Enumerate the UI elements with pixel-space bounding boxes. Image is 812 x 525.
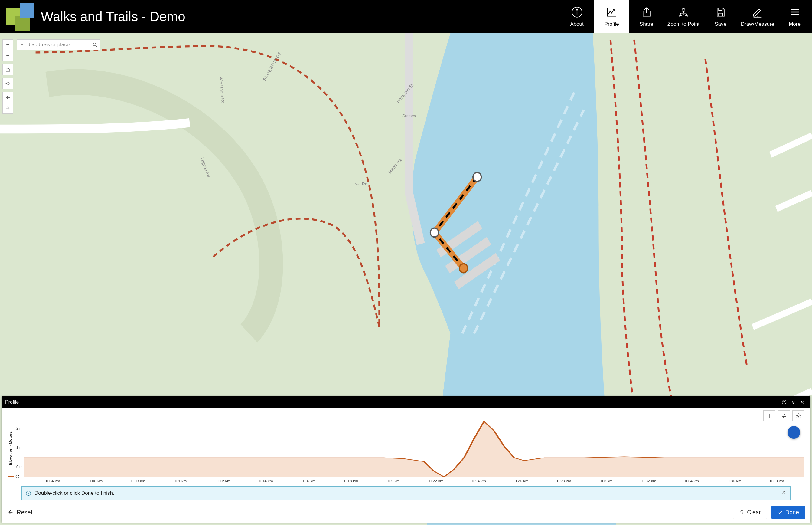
home-icon: [5, 67, 11, 72]
done-button[interactable]: Done: [771, 506, 805, 519]
info-icon: [26, 490, 31, 496]
chart-plot[interactable]: [24, 419, 805, 477]
help-icon: [781, 400, 787, 405]
zoom-in-button[interactable]: +: [2, 39, 13, 50]
reset-button[interactable]: Reset: [7, 509, 32, 516]
svg-marker-13: [24, 421, 805, 477]
close-icon: [800, 400, 805, 405]
chart-legend: G: [7, 474, 19, 480]
svg-point-2: [682, 9, 685, 12]
nav-zoom-to-point[interactable]: Zoom to Point: [664, 0, 703, 33]
arrow-left-icon: [5, 94, 11, 101]
chart-line-icon: [606, 6, 618, 18]
map-canvas[interactable]: Westshore Rd BLUEBRIDGE Lagoon Rd Hampde…: [0, 33, 812, 525]
share-icon: [641, 6, 653, 18]
svg-point-10: [93, 43, 96, 46]
chart-x-ticks: 0.04 km0.06 km0.08 km0.1 km0.12 km0.14 k…: [7, 479, 805, 483]
svg-point-12: [798, 415, 799, 417]
nav-draw-measure[interactable]: Draw/Measure: [738, 0, 777, 33]
svg-point-1: [576, 10, 577, 10]
swap-icon: [781, 413, 787, 419]
panel-footer: Reset Clear Done: [1, 502, 811, 523]
logo-icon: [3, 2, 33, 31]
panel-help-button[interactable]: [780, 400, 789, 405]
save-icon: [715, 6, 727, 18]
app-header: Walks and Trails - Demo About Profile Sh…: [0, 0, 812, 33]
bars-icon: [766, 413, 772, 419]
close-icon: [781, 490, 786, 495]
svg-point-9: [7, 82, 10, 85]
trash-icon: [739, 510, 745, 515]
next-extent-button[interactable]: [2, 103, 13, 114]
home-extent-button[interactable]: [2, 64, 13, 75]
map-controls: + −: [2, 39, 100, 114]
map-label-sussex: Sussex: [402, 114, 416, 118]
tip-close-button[interactable]: [781, 490, 786, 497]
panel-header: Profile: [1, 396, 811, 408]
nav-save[interactable]: Save: [703, 0, 738, 33]
profile-panel: Profile: [1, 396, 811, 523]
pencil-ruler-icon: [751, 6, 764, 18]
pin-zoom-icon: [677, 6, 689, 18]
zoom-out-button[interactable]: −: [2, 50, 13, 61]
info-icon: [571, 6, 583, 18]
tip-banner: Double-click or click Done to finish.: [21, 486, 791, 500]
clear-button[interactable]: Clear: [733, 506, 767, 519]
brand: Walks and Trails - Demo: [0, 0, 185, 33]
panel-title: Profile: [5, 400, 19, 405]
arrow-left-icon: [7, 509, 14, 515]
nav-share[interactable]: Share: [629, 0, 664, 33]
chart-area: Elevation - Meters 2 m1 m0 m 0.04 km0.06…: [1, 408, 811, 502]
locate-button[interactable]: [2, 78, 13, 89]
legend-swatch: [7, 476, 14, 478]
chevron-down-double-icon: [791, 400, 796, 405]
panel-collapse-button[interactable]: [789, 400, 798, 405]
gear-icon: [795, 413, 801, 419]
search-input[interactable]: [17, 39, 90, 50]
chart-y-label: Elevation - Meters: [7, 419, 13, 477]
nav-more[interactable]: More: [777, 0, 812, 33]
header-nav: About Profile Share Zoom to Point Save D…: [560, 0, 812, 33]
search-box: [17, 39, 100, 50]
tip-text: Double-click or click Done to finish.: [34, 490, 114, 496]
check-icon: [778, 510, 783, 515]
prev-extent-button[interactable]: [2, 92, 13, 103]
nav-about[interactable]: About: [560, 0, 594, 33]
search-icon: [92, 42, 98, 47]
svg-point-8: [459, 264, 468, 273]
svg-point-6: [473, 172, 481, 182]
svg-point-7: [430, 228, 438, 237]
locate-icon: [5, 81, 11, 86]
app-title: Walks and Trails - Demo: [33, 9, 185, 24]
arrow-right-icon: [5, 105, 11, 111]
map-label-wa: wa Rd: [355, 182, 368, 186]
menu-icon: [789, 6, 801, 18]
nav-profile[interactable]: Profile: [594, 0, 629, 33]
search-button[interactable]: [90, 39, 100, 50]
panel-close-button[interactable]: [798, 400, 807, 405]
